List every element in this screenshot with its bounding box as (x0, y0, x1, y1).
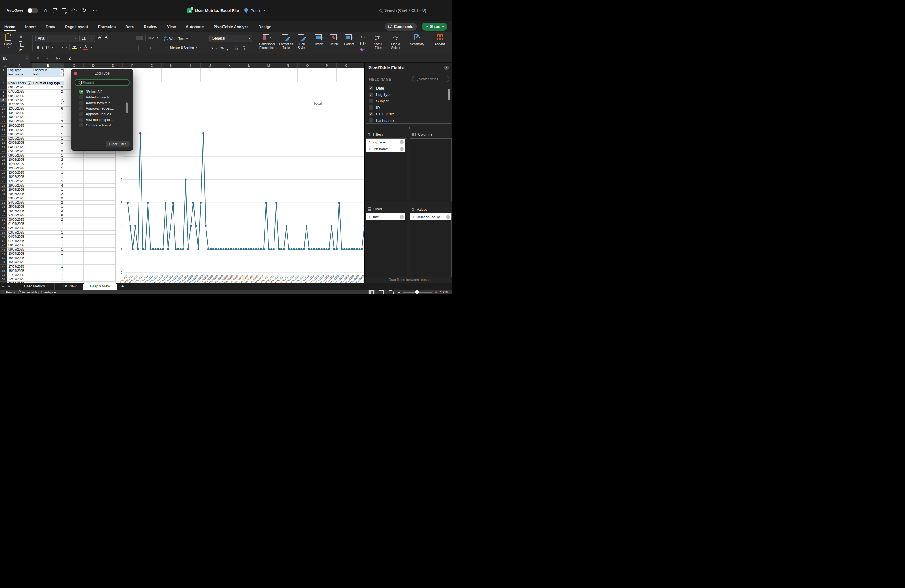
cell-b4[interactable]: Count of Log Type (32, 81, 64, 85)
currency-button[interactable]: $ (211, 46, 213, 50)
cell-b3[interactable] (32, 77, 64, 81)
cell-b25[interactable]: 1 (32, 171, 64, 175)
row-header-36[interactable]: 36 (0, 218, 7, 222)
info-icon[interactable]: i (400, 147, 404, 151)
prev-sheet-button[interactable]: ◀ (0, 283, 6, 289)
cell-a5[interactable]: 06/05/2025 (7, 85, 32, 89)
orientation-button[interactable]: ab↗ (148, 36, 154, 40)
cell-a32[interactable]: 24/06/2025 (7, 200, 32, 205)
cell-b29[interactable]: 1 (32, 188, 64, 192)
cell-a44[interactable]: 10/07/2025 (7, 252, 32, 256)
row-header-39[interactable]: 39 (0, 230, 7, 235)
comma-style-button[interactable]: , (227, 46, 228, 51)
field-item-last-name[interactable]: Last name (366, 118, 451, 124)
filter-item-added-a-user-to[interactable]: Added a user to... (79, 95, 133, 100)
row-header-25[interactable]: 25 (0, 171, 7, 175)
zoom-level[interactable]: 100% (440, 291, 448, 294)
cell-b11[interactable]: 1 (32, 111, 64, 115)
next-sheet-button[interactable]: ▶ (6, 283, 13, 289)
cell-b50[interactable]: 1 (32, 277, 64, 281)
cell-filter-button[interactable] (60, 73, 64, 76)
sensitivity-button[interactable]: ▾ Sensitivity (408, 33, 427, 46)
field-pill-first-name[interactable]: First namei (366, 146, 405, 153)
comments-button[interactable]: Comments (385, 23, 417, 30)
align-bottom-button[interactable] (137, 36, 143, 40)
column-header-c[interactable]: C (64, 63, 84, 68)
filter-item-added-form-to-a[interactable]: Added form to a... (79, 100, 133, 106)
cell-a24[interactable]: 12/06/2025 (7, 167, 32, 171)
popup-scrollbar[interactable] (126, 102, 128, 113)
cell-a28[interactable]: 18/06/2025 (7, 184, 32, 188)
cell-a48[interactable]: 18/07/2025 (7, 269, 32, 273)
increase-indent-button[interactable]: ⇒☰ (149, 46, 154, 49)
cell-b16[interactable]: 1 (32, 132, 64, 137)
cell-b7[interactable]: 1 (32, 94, 64, 98)
row-header-50[interactable]: 50 (0, 277, 7, 281)
decrease-decimal-button[interactable]: ←0.00 (234, 45, 238, 51)
cell-a15[interactable]: 19/05/2025 (7, 128, 32, 132)
cell-a34[interactable]: 26/06/2025 (7, 209, 32, 213)
cell-a2[interactable]: First name (7, 72, 32, 77)
sheet-tab-user-metrics-1[interactable]: User Metrics 1 (17, 283, 55, 289)
row-header-10[interactable]: 10 (0, 106, 7, 111)
row-header-8[interactable]: 8 (0, 98, 7, 102)
cell-b40[interactable]: 1 (32, 235, 64, 239)
row-header-31[interactable]: 31 (0, 196, 7, 200)
column-header-q[interactable]: Q (337, 63, 356, 68)
cell-a41[interactable]: 07/07/2025 (7, 239, 32, 243)
column-header-a[interactable]: A (7, 63, 32, 68)
field-item-id[interactable]: ID (366, 105, 451, 111)
cell-a43[interactable]: 09/07/2025 (7, 248, 32, 252)
row-header-37[interactable]: 37 (0, 222, 7, 226)
cell-b1[interactable]: Logged In (32, 68, 64, 72)
cell-a9[interactable]: 11/05/2025 (7, 102, 32, 106)
cell-b39[interactable]: 1 (32, 230, 64, 235)
filter-item-created-a-board[interactable]: Created a board (79, 122, 133, 128)
filter-item-approval-reques[interactable]: Approval reques... (79, 106, 133, 111)
filter-item-approval-reques[interactable]: Approval reques... (79, 111, 133, 117)
align-center-button[interactable] (125, 47, 129, 49)
paste-button[interactable]: Paste ▾ (4, 33, 12, 49)
column-header-l[interactable]: L (240, 63, 259, 68)
cell-a25[interactable]: 13/06/2025 (7, 171, 32, 175)
cell-a38[interactable]: 02/07/2025 (7, 226, 32, 230)
cell-b49[interactable]: 1 (32, 273, 64, 277)
copy-button[interactable]: ▾ (19, 40, 25, 46)
panel-close-button[interactable]: ✕ (444, 65, 449, 70)
row-header-19[interactable]: 19 (0, 145, 7, 149)
cell-b10[interactable]: 6 (32, 106, 64, 111)
cell-a50[interactable]: 22/07/2025 (7, 277, 32, 281)
cell-b14[interactable]: 1 (32, 124, 64, 128)
row-header-16[interactable]: 16 (0, 132, 7, 137)
row-header-4[interactable]: 4 (0, 81, 7, 85)
align-left-button[interactable] (119, 47, 122, 49)
checkbox-unchecked-icon[interactable] (79, 123, 84, 127)
ribbon-tab-insert[interactable]: Insert (25, 22, 36, 32)
column-header-h[interactable]: H (162, 63, 181, 68)
popup-close-button[interactable] (74, 72, 77, 75)
sheet-tab-list-view[interactable]: List View (55, 283, 83, 289)
cancel-entry-icon[interactable]: ✕ (37, 56, 40, 60)
cell-a47[interactable]: 17/07/2025 (7, 265, 32, 269)
addins-button[interactable]: Add-ins (431, 33, 449, 46)
checkbox-unchecked-icon[interactable] (79, 106, 84, 110)
ribbon-tab-review[interactable]: Review (143, 22, 157, 32)
merge-center-button[interactable]: ↔ Merge & Center ▾ (164, 46, 197, 49)
cell-a17[interactable]: 02/06/2025 (7, 137, 32, 141)
cell-a26[interactable]: 16/06/2025 (7, 175, 32, 179)
font-name-select[interactable]: Arial▾ (35, 35, 78, 42)
cell-b45[interactable]: 1 (32, 256, 64, 260)
delete-cells-button[interactable]: ▾ Delete (327, 33, 341, 46)
align-top-button[interactable] (119, 36, 125, 40)
column-header-i[interactable]: I (181, 63, 200, 68)
row-header-46[interactable]: 46 (0, 260, 7, 264)
cell-a23[interactable]: 11/06/2025 (7, 162, 32, 167)
clear-filter-button[interactable]: Clear Filter (106, 141, 130, 147)
ribbon-tab-pivottable-analyze[interactable]: PivotTable Analyze (213, 22, 249, 32)
accessibility-button[interactable]: Accessibility: Investigate (18, 291, 56, 294)
cell-b12[interactable]: 1 (32, 115, 64, 119)
row-header-45[interactable]: 45 (0, 256, 7, 260)
cell-b22[interactable]: 2 (32, 158, 64, 162)
sheet-tab-graph-view[interactable]: Graph View (83, 283, 117, 289)
row-header-21[interactable]: 21 (0, 154, 7, 158)
